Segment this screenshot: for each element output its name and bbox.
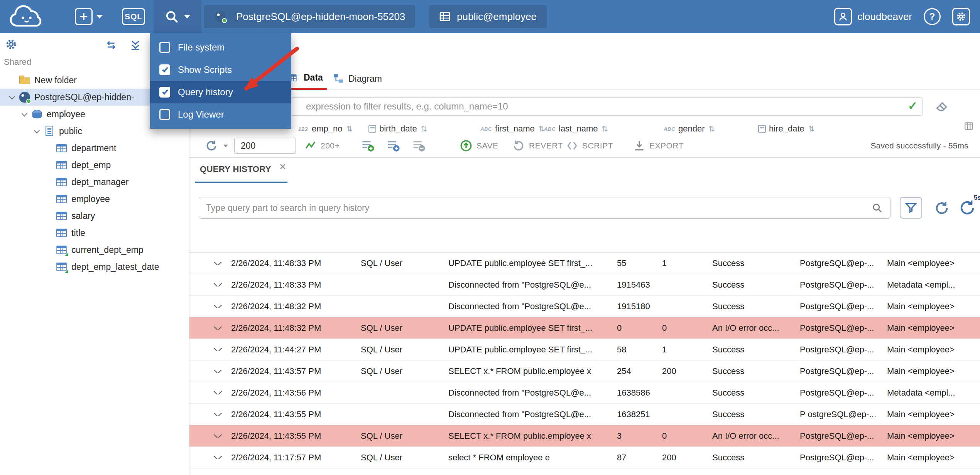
- qh-cell-connection: PostgreSQL@ep-...: [800, 431, 887, 441]
- refresh-button[interactable]: [205, 134, 218, 157]
- tree-item[interactable]: current_dept_emp: [0, 241, 189, 258]
- fetch-next-button[interactable]: 200+: [305, 134, 340, 157]
- grid-column-header[interactable]: gender ⇅: [664, 120, 715, 134]
- save-button[interactable]: SAVE: [460, 134, 498, 157]
- tree-item[interactable]: dept_emp: [0, 157, 189, 173]
- column-config-icon[interactable]: [964, 121, 974, 131]
- tools-menu-item[interactable]: Query history: [150, 81, 291, 103]
- duplicate-row-button[interactable]: [386, 134, 400, 157]
- query-history-row[interactable]: 2/26/2024, 11:43:56 PM Disconnected from…: [189, 382, 980, 404]
- fetch-label: 200+: [321, 141, 340, 150]
- gear-icon: [955, 11, 967, 22]
- history-refresh-button[interactable]: [934, 200, 950, 216]
- tree-item[interactable]: title: [0, 224, 189, 241]
- expand-chevron-icon[interactable]: [5, 95, 18, 99]
- tree-item-label: PostgreSQL@ep-hidden-: [34, 92, 134, 103]
- new-object-button[interactable]: [75, 8, 93, 25]
- sort-icon[interactable]: ⇅: [346, 124, 353, 133]
- expand-chevron-icon[interactable]: [205, 413, 231, 416]
- grid-column-header[interactable]: birth_date ⇅: [368, 120, 427, 134]
- tree-item[interactable]: department: [0, 140, 189, 157]
- row-limit-input[interactable]: [234, 138, 296, 154]
- expand-chevron-icon[interactable]: [205, 262, 231, 265]
- query-history-row[interactable]: 2/26/2024, 11:44:27 PM SQL / User UPDATE…: [189, 339, 980, 360]
- add-row-button[interactable]: [361, 134, 375, 157]
- expand-chevron-icon[interactable]: [205, 305, 231, 308]
- status-message: Saved successfully - 55ms: [870, 134, 968, 157]
- tools-menu-button[interactable]: [154, 0, 201, 33]
- filter-valid-icon[interactable]: ✓: [908, 99, 917, 113]
- refresh-options-chevron-icon[interactable]: [223, 134, 228, 157]
- tools-menu-item[interactable]: Show Scripts: [150, 59, 291, 81]
- close-icon[interactable]: ×: [279, 160, 286, 173]
- grid-columns: emp_no ⇅ birth_date ⇅ first_name ⇅ last_…: [189, 118, 980, 134]
- sort-icon[interactable]: ⇅: [709, 124, 715, 133]
- sql-editor-button[interactable]: SQL: [122, 8, 145, 25]
- expand-chevron-icon[interactable]: [205, 435, 231, 438]
- tree-item[interactable]: dept_manager: [0, 173, 189, 190]
- cloudbeaver-logo-icon[interactable]: [6, 4, 47, 29]
- query-history-row[interactable]: 2/26/2024, 11:17:57 PM SQL / User select…: [189, 447, 980, 468]
- query-history-panel: QUERY HISTORY × 5s 2/26/2024, 11:48:33 P…: [189, 157, 980, 475]
- grid-column-header[interactable]: hire_date ⇅: [758, 120, 815, 134]
- query-history-row[interactable]: 2/26/2024, 11:48:32 PM SQL / User UPDATE…: [189, 317, 980, 339]
- query-history-row[interactable]: 2/26/2024, 11:48:33 PM Disconnected from…: [189, 274, 980, 296]
- tree-item-label: New folder: [34, 75, 77, 86]
- grid-column-header[interactable]: emp_no ⇅: [297, 120, 353, 134]
- qh-cell-rows: 0: [662, 431, 712, 441]
- history-filter-button[interactable]: [900, 197, 922, 219]
- query-history-tab[interactable]: QUERY HISTORY: [200, 164, 271, 174]
- query-history-row[interactable]: 2/26/2024, 11:43:55 PM Disconnected from…: [189, 404, 980, 425]
- delete-row-button[interactable]: [412, 134, 426, 157]
- qh-cell-result: Success: [712, 302, 800, 312]
- revert-button[interactable]: REVERT: [512, 134, 563, 157]
- search-icon[interactable]: [872, 202, 882, 213]
- expand-chevron-icon[interactable]: [205, 391, 231, 394]
- tools-menu-item[interactable]: File system: [150, 36, 291, 59]
- expand-chevron-icon[interactable]: [205, 456, 231, 459]
- tree-item-icon: [55, 175, 68, 189]
- qh-cell-connection: PostgreSQL@ep-...: [800, 366, 887, 376]
- revert-label: REVERT: [529, 141, 563, 150]
- grid-column-label: hire_date: [769, 124, 804, 134]
- script-button[interactable]: SCRIPT: [566, 134, 613, 157]
- sort-icon[interactable]: ⇅: [421, 124, 427, 133]
- tree-item-label: dept_emp: [71, 160, 111, 170]
- connection-selector[interactable]: PostgreSQL@ep-hidden-moon-55203: [204, 5, 415, 28]
- funnel-icon: [905, 202, 917, 214]
- expand-chevron-icon[interactable]: [30, 129, 43, 133]
- query-history-row[interactable]: 2/26/2024, 11:48:33 PM SQL / User UPDATE…: [189, 253, 980, 274]
- help-button[interactable]: ?: [924, 8, 941, 25]
- query-history-row[interactable]: 2/26/2024, 11:48:32 PM Disconnected from…: [189, 296, 980, 317]
- navigator-settings-button[interactable]: [5, 38, 18, 51]
- tab-diagram[interactable]: Diagram: [329, 67, 386, 90]
- expand-chevron-icon[interactable]: [205, 370, 231, 373]
- settings-button[interactable]: [952, 8, 970, 25]
- filter-input[interactable]: [193, 97, 923, 116]
- expand-chevron-icon[interactable]: [205, 327, 231, 330]
- sync-connection-icon[interactable]: [105, 39, 117, 51]
- grid-column-header[interactable]: last_name ⇅: [544, 120, 608, 134]
- tree-item[interactable]: salary: [0, 207, 189, 224]
- collapse-all-icon[interactable]: [130, 39, 141, 51]
- clear-filter-icon[interactable]: [935, 99, 949, 113]
- expand-chevron-icon[interactable]: [205, 348, 231, 351]
- tools-menu-item[interactable]: Log Viewer: [150, 103, 291, 126]
- expand-chevron-icon[interactable]: [205, 283, 231, 286]
- tree-item-label: current_dept_emp: [71, 245, 144, 255]
- user-menu[interactable]: cloudbeaver: [834, 8, 912, 25]
- qh-cell-context: Metadata <empl...: [887, 388, 980, 398]
- query-history-search-input[interactable]: [199, 197, 890, 219]
- expand-chevron-icon[interactable]: [17, 112, 30, 116]
- query-history-row[interactable]: 2/26/2024, 11:43:55 PM SQL / User SELECT…: [189, 425, 980, 447]
- query-history-row[interactable]: 2/26/2024, 11:43:57 PM SQL / User SELECT…: [189, 360, 980, 382]
- tree-item[interactable]: employee: [0, 190, 189, 207]
- export-button[interactable]: EXPORT: [633, 134, 684, 157]
- sort-icon[interactable]: ⇅: [808, 124, 815, 133]
- auto-refresh-button[interactable]: 5s: [958, 199, 977, 217]
- schema-selector[interactable]: public@employee: [429, 5, 547, 28]
- sort-icon[interactable]: ⇅: [602, 124, 608, 133]
- chevron-down-icon: [96, 15, 103, 19]
- grid-column-header[interactable]: first_name ⇅: [480, 120, 545, 134]
- tree-item[interactable]: dept_emp_latest_date: [0, 258, 189, 275]
